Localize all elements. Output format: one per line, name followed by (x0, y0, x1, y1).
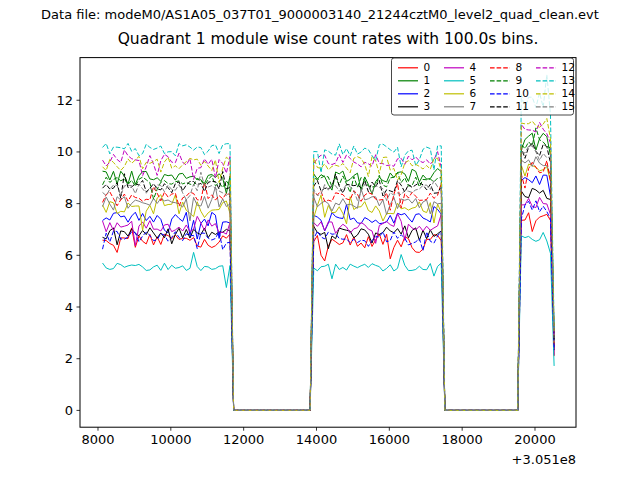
series-line-2 (103, 175, 555, 410)
legend-entry-label-0: 0 (424, 61, 431, 73)
x-tick-label: 10000 (150, 432, 191, 447)
y-tick-label: 0 (65, 403, 73, 418)
y-tick-label: 4 (65, 300, 73, 315)
x-tick-label: 8000 (81, 432, 114, 447)
legend-entry-label-13: 13 (562, 74, 575, 86)
x-tick-label: 18000 (441, 432, 482, 447)
legend-entry-label-9: 9 (516, 74, 523, 86)
legend-entry-label-10: 10 (516, 87, 529, 99)
series-line-9 (103, 128, 555, 411)
series-line-10 (103, 201, 555, 411)
series-line-0 (103, 213, 555, 411)
series-line-13 (103, 75, 555, 411)
series-line-8 (103, 161, 555, 411)
x-tick-label: 20000 (514, 432, 555, 447)
y-tick-label: 10 (56, 144, 73, 159)
legend-entry-label-15: 15 (562, 100, 575, 112)
legend-entry-label-12: 12 (562, 61, 575, 73)
y-tick-label: 6 (65, 248, 73, 263)
series-line-1 (103, 133, 555, 410)
x-tick-label: 12000 (223, 432, 264, 447)
figure: Data file: modeM0/AS1A05_037T01_90000031… (0, 0, 640, 480)
legend-entry-label-5: 5 (470, 74, 477, 86)
x-tick-label: 14000 (296, 432, 337, 447)
x-axis-offset-label: +3.051e8 (512, 452, 576, 467)
legend-entry-label-3: 3 (424, 100, 431, 112)
x-tick-label: 16000 (369, 432, 410, 447)
legend-entry-label-14: 14 (562, 87, 576, 99)
legend-entry-label-2: 2 (424, 87, 431, 99)
legend-entry-label-1: 1 (424, 74, 431, 86)
y-tick-label: 2 (65, 351, 73, 366)
legend-entry-label-4: 4 (470, 61, 477, 73)
y-tick-label: 8 (65, 196, 73, 211)
series-line-15 (103, 146, 555, 410)
legend-entry-label-7: 7 (470, 100, 477, 112)
series-line-11 (103, 143, 555, 410)
legend-entry-label-6: 6 (470, 87, 477, 99)
series-line-4 (103, 197, 555, 410)
plot-canvas: 8000100001200014000160001800020000+3.051… (0, 0, 640, 480)
series-line-5 (103, 232, 555, 410)
legend-entry-label-8: 8 (516, 61, 523, 73)
legend-entry-label-11: 11 (516, 100, 529, 112)
y-tick-label: 12 (56, 93, 73, 108)
